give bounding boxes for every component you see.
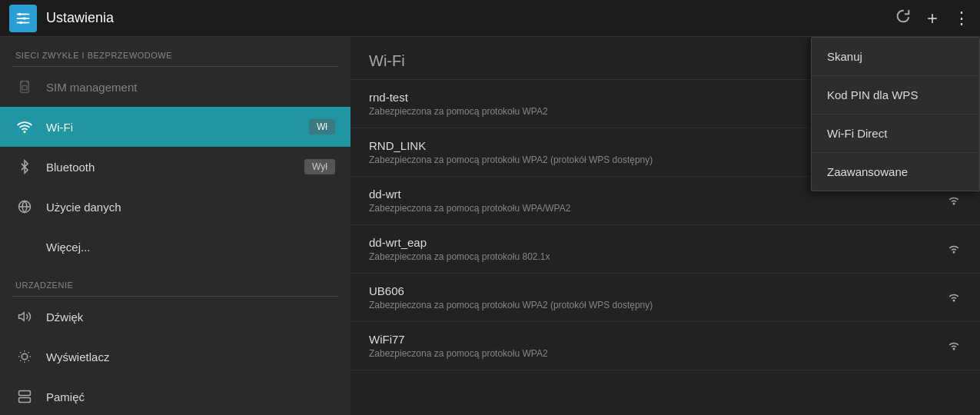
refresh-icon[interactable] bbox=[895, 8, 912, 28]
wifi-network-sub: Zabezpieczona za pomocą protokołu WPA/WP… bbox=[369, 203, 946, 214]
svg-point-12 bbox=[22, 354, 28, 360]
svg-point-3 bbox=[18, 12, 22, 15]
storage-icon bbox=[15, 387, 34, 406]
wifi-toggle[interactable]: Wł bbox=[309, 119, 335, 134]
wifi-icon bbox=[15, 118, 34, 136]
wifi-item-info: dd-wrt_eap Zabezpieczona za pomocą proto… bbox=[369, 236, 946, 262]
sidebar-item-data-label: Użycie danych bbox=[46, 201, 335, 214]
wifi-network-sub: Zabezpieczona za pomocą protokołu WPA2 (… bbox=[369, 300, 946, 310]
dropdown-item-advanced[interactable]: Zaawansowane bbox=[812, 153, 979, 191]
sound-icon bbox=[15, 307, 34, 326]
wifi-signal-icon bbox=[946, 337, 962, 355]
wifi-item-info: WiFi77 Zabezpieczona za pomocą protokołu… bbox=[369, 333, 946, 359]
dropdown-item-wps-pin[interactable]: Kod PIN dla WPS bbox=[812, 76, 979, 115]
app-logo bbox=[9, 5, 37, 32]
svg-rect-22 bbox=[19, 398, 31, 403]
svg-rect-21 bbox=[19, 391, 31, 396]
wifi-network-name: WiFi77 bbox=[369, 333, 946, 346]
sidebar-item-sound-label: Dźwięk bbox=[46, 310, 335, 324]
wifi-network-wifi77[interactable]: WiFi77 Zabezpieczona za pomocą protokołu… bbox=[350, 322, 980, 370]
svg-point-5 bbox=[19, 21, 22, 24]
topbar: Ustawienia + ⋮ bbox=[0, 0, 980, 37]
wifi-signal-icon bbox=[946, 192, 962, 210]
sidebar-item-bluetooth-label: Bluetooth bbox=[46, 161, 304, 174]
sidebar-item-wifi[interactable]: Wi-Fi Wł bbox=[0, 107, 350, 147]
sidebar-item-storage-label: Pamięć bbox=[46, 390, 335, 403]
sidebar-item-sound[interactable]: Dźwięk bbox=[0, 297, 350, 337]
svg-point-4 bbox=[23, 17, 26, 20]
display-icon bbox=[15, 347, 34, 366]
main-layout: SIECI ZWYKŁE I BEZPRZEWODOWE SIM managem… bbox=[0, 37, 980, 415]
wifi-network-sub: Zabezpieczona za pomocą protokołu WPA2 bbox=[369, 348, 946, 359]
bluetooth-icon bbox=[15, 158, 34, 176]
svg-point-28 bbox=[953, 348, 955, 350]
svg-point-26 bbox=[953, 251, 955, 253]
section-label-device: URZĄDZENIE bbox=[0, 267, 350, 296]
svg-line-15 bbox=[20, 352, 21, 353]
dropdown-item-wifi-direct[interactable]: Wi-Fi Direct bbox=[812, 115, 979, 153]
sidebar-item-more-label: Więcej... bbox=[46, 241, 335, 254]
sidebar-item-data[interactable]: Użycie danych bbox=[0, 187, 350, 227]
wifi-network-dd-wrt-eap[interactable]: dd-wrt_eap Zabezpieczona za pomocą proto… bbox=[350, 225, 980, 274]
svg-marker-11 bbox=[19, 313, 25, 321]
wifi-network-sub: Zabezpieczona za pomocą protokołu 802.1x bbox=[369, 251, 946, 262]
sidebar-item-display[interactable]: Wyświetlacz bbox=[0, 337, 350, 377]
wifi-network-name: dd-wrt_eap bbox=[369, 236, 946, 249]
svg-point-25 bbox=[953, 203, 955, 204]
sidebar-item-sim: SIM management bbox=[0, 67, 350, 107]
wifi-network-name: UB606 bbox=[369, 284, 946, 297]
bluetooth-toggle[interactable]: Wył bbox=[304, 159, 335, 174]
sidebar-item-more[interactable]: Więcej... bbox=[0, 227, 350, 267]
wifi-signal-icon bbox=[946, 241, 962, 258]
sim-icon bbox=[15, 78, 34, 96]
svg-point-27 bbox=[953, 300, 955, 301]
page-title: Ustawienia bbox=[46, 10, 895, 26]
svg-line-16 bbox=[28, 360, 29, 361]
topbar-actions: + ⋮ bbox=[895, 8, 971, 29]
wifi-item-info: UB606 Zabezpieczona za pomocą protokołu … bbox=[369, 284, 946, 310]
dropdown-item-scan[interactable]: Skanuj bbox=[812, 38, 979, 76]
section-label-networks: SIECI ZWYKŁE I BEZPRZEWODOWE bbox=[0, 37, 350, 66]
svg-line-20 bbox=[28, 352, 29, 353]
sidebar-item-display-label: Wyświetlacz bbox=[46, 350, 335, 364]
sidebar-item-bluetooth[interactable]: Bluetooth Wył bbox=[0, 147, 350, 187]
dropdown-menu: Skanuj Kod PIN dla WPS Wi-Fi Direct Zaaw… bbox=[811, 37, 980, 191]
sidebar-item-sim-label: SIM management bbox=[46, 81, 335, 94]
more-icon[interactable]: ⋮ bbox=[953, 8, 971, 28]
svg-line-19 bbox=[20, 360, 21, 361]
wifi-signal-icon bbox=[946, 289, 962, 307]
svg-point-8 bbox=[24, 131, 25, 133]
content-area: Wi-Fi rnd-test Zabezpieczona za pomocą p… bbox=[350, 37, 980, 415]
sidebar-item-storage[interactable]: Pamięć bbox=[0, 377, 350, 415]
wifi-network-ub606[interactable]: UB606 Zabezpieczona za pomocą protokołu … bbox=[350, 274, 980, 322]
sidebar-item-wifi-label: Wi-Fi bbox=[46, 121, 309, 134]
wifi-item-info: dd-wrt Zabezpieczona za pomocą protokołu… bbox=[369, 188, 946, 214]
data-icon bbox=[15, 198, 34, 216]
svg-rect-7 bbox=[22, 86, 27, 90]
add-icon[interactable]: + bbox=[927, 8, 938, 29]
sidebar: SIECI ZWYKŁE I BEZPRZEWODOWE SIM managem… bbox=[0, 37, 350, 415]
